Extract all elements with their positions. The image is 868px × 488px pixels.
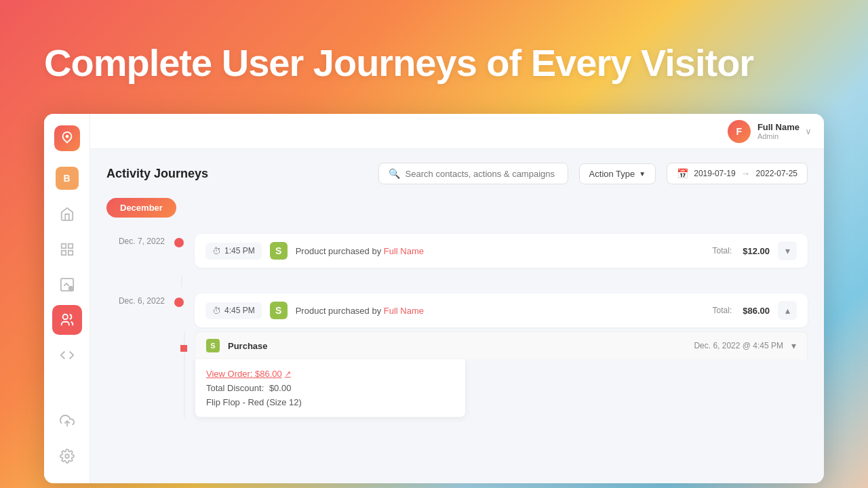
user-role: Admin xyxy=(757,132,800,140)
sidebar-item-grid[interactable] xyxy=(52,235,82,264)
page-content: Activity Journeys 🔍 Action Type ▼ 📅 2019… xyxy=(90,149,824,483)
user-details: Full Name Admin xyxy=(757,122,800,140)
calendar-icon: 📅 xyxy=(677,168,688,179)
svg-point-0 xyxy=(65,135,68,138)
date-from: 2019-07-19 xyxy=(694,169,735,178)
chevron-down-icon: ▼ xyxy=(639,170,646,178)
entry-body-dec7: ⏱ 1:45 PM S Product purchased by Full Na… xyxy=(184,227,808,276)
view-order-text: View Order: $86.00 xyxy=(206,369,282,379)
external-link-icon: ↗ xyxy=(285,369,291,378)
sidebar-item-home[interactable] xyxy=(52,199,82,229)
search-input[interactable] xyxy=(406,169,558,179)
sidebar: B xyxy=(44,114,90,483)
expand-btn-dec7[interactable]: ▾ xyxy=(778,241,797,260)
logo-icon xyxy=(54,125,80,151)
svg-rect-3 xyxy=(61,251,65,255)
chevron-down-icon-dec7: ▾ xyxy=(785,245,790,256)
timeline-area: December Dec. 7, 2022 ⏱ 1:45 PM S xyxy=(106,198,808,424)
sidebar-item-upload[interactable] xyxy=(52,406,82,436)
svg-rect-4 xyxy=(68,251,72,255)
total-discount-row: Total Discount: $0.00 xyxy=(206,383,454,393)
main-content: F Full Name Admin v Activity Journeys 🔍 … xyxy=(90,114,824,483)
clock-icon-dec6: ⏱ xyxy=(212,306,221,316)
total-label-dec7: Total: xyxy=(713,246,732,256)
expand-header: S Purchase Dec. 6, 2022 @ 4:45 PM ▾ xyxy=(195,331,808,359)
journey-entry-dec7: Dec. 7, 2022 ⏱ 1:45 PM S Product purchas… xyxy=(106,227,808,276)
user-name: Full Name xyxy=(757,122,800,132)
shopify-icon-dec6: S xyxy=(270,302,288,319)
expand-date: Dec. 6, 2022 @ 4:45 PM xyxy=(694,341,783,350)
user-info: F Full Name Admin v xyxy=(728,120,810,143)
expand-body: View Order: $86.00 ↗ Total Discount: $0.… xyxy=(195,359,466,418)
svg-rect-1 xyxy=(61,244,65,248)
date-range-filter[interactable]: 📅 2019-07-19 → 2022-07-25 xyxy=(667,163,808,184)
activity-row-dec6: ⏱ 4:45 PM S Product purchased by Full Na… xyxy=(195,293,808,327)
shopify-icon-dec7: S xyxy=(270,242,288,260)
expand-connector-dot xyxy=(180,345,187,352)
sidebar-logo xyxy=(54,125,81,152)
svg-point-9 xyxy=(65,454,69,458)
svg-rect-2 xyxy=(68,244,72,248)
svg-point-7 xyxy=(62,314,67,319)
entry-dot-dec6 xyxy=(174,298,184,307)
total-label-dec6: Total: xyxy=(713,306,732,315)
action-type-filter[interactable]: Action Type ▼ xyxy=(579,163,656,184)
total-discount-value: $0.00 xyxy=(269,383,292,393)
activity-row-dec7: ⏱ 1:45 PM S Product purchased by Full Na… xyxy=(195,234,808,268)
total-amount-dec6: $86.00 xyxy=(743,306,770,316)
app-window: B xyxy=(44,114,824,483)
page-header: Activity Journeys 🔍 Action Type ▼ 📅 2019… xyxy=(106,163,808,184)
total-discount-label: Total Discount: xyxy=(206,383,264,393)
collapse-btn-dec6[interactable]: ▴ xyxy=(778,301,797,320)
date-arrow-icon: → xyxy=(741,168,751,179)
clock-icon: ⏱ xyxy=(212,246,221,256)
time-value-dec7: 1:45 PM xyxy=(224,246,255,256)
entry-body-dec6: ⏱ 4:45 PM S Product purchased by Full Na… xyxy=(184,287,808,424)
time-badge-dec6: ⏱ 4:45 PM xyxy=(205,302,262,319)
sidebar-item-analytics[interactable] xyxy=(52,270,82,300)
shopify-icon-expand: S xyxy=(206,339,220,352)
sidebar-item-code[interactable] xyxy=(52,340,82,370)
product-row: Flip Flop - Red (Size 12) xyxy=(206,397,454,407)
entry-date-dec6: Dec. 6, 2022 xyxy=(106,287,174,306)
date-to: 2022-07-25 xyxy=(756,169,797,178)
expand-title: Purchase xyxy=(228,341,686,351)
hero-title: Complete User Journeys of Every Visitor xyxy=(44,42,753,84)
time-badge-dec7: ⏱ 1:45 PM xyxy=(205,243,262,260)
page-title: Activity Journeys xyxy=(106,167,208,181)
avatar: F xyxy=(728,120,751,143)
expand-chevron-icon[interactable]: ▾ xyxy=(791,340,796,351)
view-order-link[interactable]: View Order: $86.00 ↗ xyxy=(206,369,454,379)
entry-dot-dec7 xyxy=(174,238,184,247)
sidebar-avatar-b[interactable]: B xyxy=(56,167,79,190)
svg-point-6 xyxy=(68,287,73,291)
journey-entry-dec6: Dec. 6, 2022 ⏱ 4:45 PM S Product purchas… xyxy=(106,287,808,424)
search-icon: 🔍 xyxy=(389,168,400,179)
top-header: F Full Name Admin v xyxy=(90,114,824,149)
sidebar-item-users[interactable] xyxy=(52,305,82,335)
entry-date-dec7: Dec. 7, 2022 xyxy=(106,227,174,246)
sidebar-item-settings[interactable] xyxy=(52,441,82,471)
action-type-label: Action Type xyxy=(589,169,635,179)
total-amount-dec7: $12.00 xyxy=(743,246,770,256)
user-chevron-icon[interactable]: v xyxy=(806,127,810,136)
user-link-dec7[interactable]: Full Name xyxy=(384,246,424,256)
chevron-up-icon-dec6: ▴ xyxy=(785,305,790,316)
time-value-dec6: 4:45 PM xyxy=(224,306,255,315)
user-link-dec6[interactable]: Full Name xyxy=(384,306,424,316)
search-bar[interactable]: 🔍 xyxy=(378,163,568,184)
activity-text-dec6: Product purchased by Full Name xyxy=(296,306,705,316)
activity-text-dec7: Product purchased by Full Name xyxy=(296,246,705,256)
product-name: Flip Flop - Red (Size 12) xyxy=(206,397,302,407)
month-badge: December xyxy=(106,198,176,218)
